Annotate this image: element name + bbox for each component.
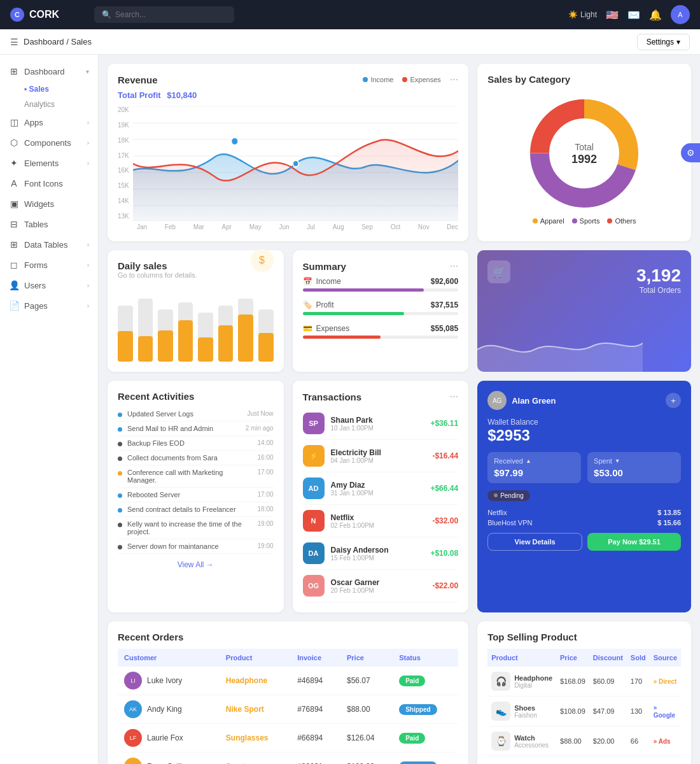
sidebar-item-widgets[interactable]: ▣ Widgets [0,194,98,214]
activity-text-7: Kelly want to increase the time of the p… [127,520,253,535]
customer-avatar-2: LF [124,729,142,747]
txn-info-3: Netflix 02 Feb 1:00PM [331,513,426,529]
flag-icon[interactable]: 🇺🇸 [606,9,619,21]
users-icon: 👤 [9,280,19,290]
wallet-avatar: AG [487,391,507,410]
revenue-card-header: Revenue Income Expenses ··· [118,74,458,85]
activity-text-5: Rebooted Server [127,491,253,499]
recent-orders-title: Recent Orders [118,632,183,642]
sidebar-item-apps[interactable]: ◫ Apps › [0,112,98,132]
order-price-3: $108.09 [340,753,393,765]
status-badge-2: Paid [399,733,425,744]
ts-product-0: 🎧 Headphone Digital [487,667,556,697]
transactions-more-icon[interactable]: ··· [450,391,458,402]
top-selling-title: Top Selling Product [487,632,577,642]
y-label-7: 13K [118,213,129,220]
apparel-legend: Apparel [533,217,564,225]
view-all-button[interactable]: View All → [118,560,274,569]
product-link-2[interactable]: Sunglasses [226,733,269,742]
daily-sales-sub: Go to columns for details. [118,271,197,279]
activity-dot-4 [118,471,122,476]
wallet-balance-value: $2953 [487,427,681,444]
svg-point-9 [293,160,298,167]
order-status-1: Shipped [393,695,458,724]
avatar[interactable]: A [671,5,690,24]
search-bar[interactable]: 🔍 [94,6,234,23]
order-customer-3: RC Ryan Collins [118,753,220,765]
ts-col-sold: Sold [627,649,650,667]
recent-activities-header: Recent Activities [118,391,274,402]
search-input[interactable] [115,10,227,19]
view-details-button[interactable]: View Details [487,533,582,551]
sidebar-item-font-icons[interactable]: A Font Icons [0,173,98,194]
ts-sold-2: 66 [627,726,650,756]
wallet-add-button[interactable]: + [666,393,681,408]
font-icon: A [9,178,19,188]
sidebar-item-pages[interactable]: 📄 Pages › [0,295,98,316]
sidebar-item-forms[interactable]: ◻ Forms › [0,255,98,275]
profit-label: 🏷️ Profit [303,301,334,309]
order-customer-1: AK Andy King [118,695,220,724]
summary-income-row: 📅 Income $92,600 [303,277,459,292]
sidebar-item-components[interactable]: ⬡ Components › [0,132,98,153]
activity-text-3: Collect documents from Sara [127,454,253,462]
revenue-more-icon[interactable]: ··· [450,74,458,85]
status-badge-1: Shipped [399,704,437,715]
sidebar-label-widgets: Widgets [24,199,54,209]
breadcrumb-path: Dashboard [24,37,64,46]
netflix-amount: $ 13.85 [657,509,681,516]
summary-expenses-row: 💳 Expenses $55,085 [303,324,459,339]
order-price-0: $56.07 [340,667,393,695]
transactions-header: Transactions ··· [303,391,459,402]
customer-avatar-3: RC [124,758,142,764]
order-row-3: RC Ryan Collins Sport #89891 $108.09 Shi… [118,753,458,765]
settings-button[interactable]: Settings ▾ [637,34,690,50]
activity-dot-2 [118,442,122,446]
sidebar-item-dashboard[interactable]: ⊞ Dashboard ▾ [0,61,98,81]
customer-avatar-0: LI [124,672,142,690]
customer-name-1: Andy King [147,705,182,714]
wallet-user-name: Alan Green [512,396,556,406]
txn-date-2: 31 Jan 1:00PM [331,490,424,497]
sidebar-item-elements[interactable]: ✦ Elements › [0,153,98,173]
gear-icon[interactable]: ⚙ [681,143,700,162]
summary-title: Summary [303,261,346,272]
bell-icon[interactable]: 🔔 [649,9,662,21]
x-jan: Jan [137,223,147,230]
sidebar-item-analytics[interactable]: Analytics [24,97,98,112]
order-invoice-3: #89891 [291,753,340,765]
sports-legend: Sports [572,217,600,225]
product-link-1[interactable]: Nike Sport [226,705,264,714]
txn-info-1: Electricity Bill 04 Jan 1:00PM [331,448,426,464]
bar-2 [138,292,153,362]
activity-text-6: Send contract details to Freelancer [127,506,253,513]
transactions-card: Transactions ··· SP Shaun Park 10 Jan 1:… [293,381,469,612]
recent-activities-card: Recent Activities Updated Server Logs Ju… [108,381,284,612]
chevron-up-icon: ▲ [526,458,531,464]
product-link-0[interactable]: Headphone [226,676,267,685]
ts-row-1: 👟 Shoes Faishon $108.09 $47.09 130 » Goo… [487,697,681,726]
order-invoice-2: #66894 [291,724,340,753]
light-mode-toggle[interactable]: ☀️ Light [568,10,597,19]
menu-icon[interactable]: ☰ [10,37,18,47]
total-orders-label: Total Orders [636,286,681,295]
txn-amount-5: -$22.00 [432,581,458,590]
wallet-pending-bluehost: BlueHost VPN $ 15.66 [487,519,681,527]
data-tables-icon: ⊞ [9,239,19,250]
app-name: CORK [29,9,59,20]
mail-icon[interactable]: ✉️ [627,9,640,21]
sidebar-item-sales[interactable]: Sales [24,81,98,97]
total-orders-card: 🛒 3,192 Total Orders [477,250,691,372]
activity-item-0: Updated Server Logs Just Now [118,407,274,421]
sidebar-item-tables[interactable]: ⊟ Tables [0,214,98,234]
sales-category-title: Sales by Category [487,74,570,85]
ts-product-name-0: Headphone [514,674,552,682]
pay-now-button[interactable]: Pay Now $29.51 [587,533,681,551]
summary-more-icon[interactable]: ··· [450,260,458,272]
svg-text:Total: Total [575,142,594,152]
ts-col-discount: Discount [589,649,627,667]
txn-date-0: 10 Jan 1:00PM [331,425,424,432]
ts-col-price: Price [556,649,589,667]
sidebar-item-data-tables[interactable]: ⊞ Data Tables › [0,234,98,255]
sidebar-item-users[interactable]: 👤 Users › [0,275,98,295]
